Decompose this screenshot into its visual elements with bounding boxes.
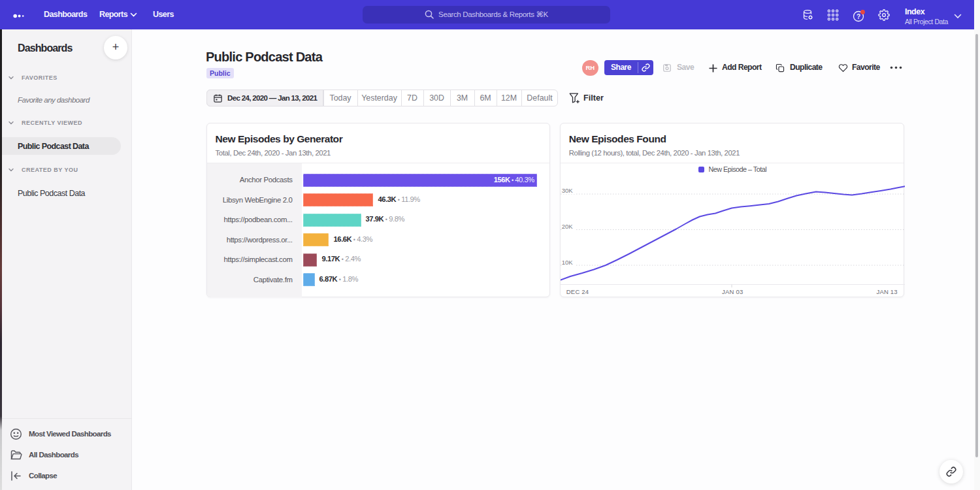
svg-text:?: ?	[857, 13, 860, 20]
